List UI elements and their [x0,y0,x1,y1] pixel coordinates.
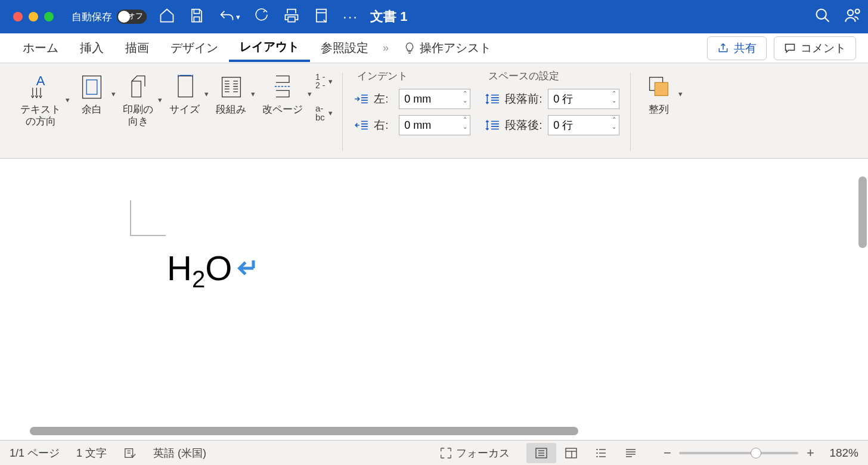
spinner-down[interactable]: ⌄ [612,98,616,104]
tab-layout[interactable]: レイアウト [229,34,310,62]
window-controls [13,12,54,21]
spinner-up[interactable]: ⌃ [612,117,616,123]
svg-point-1 [848,10,853,16]
quick-access-toolbar: ▾ ··· [159,7,358,26]
web-layout-view[interactable] [556,443,586,463]
chevron-down-icon[interactable]: ▾ [308,89,312,98]
focus-mode-button[interactable]: フォーカス [439,446,510,460]
tab-assist[interactable]: 操作アシスト [392,35,502,61]
chevron-down-icon[interactable]: ▾ [251,89,255,98]
spinner-down[interactable]: ⌄ [463,124,467,130]
autosave-label: 自動保存 [72,10,112,24]
print-icon[interactable] [283,7,300,26]
titlebar: 自動保存 オフ ▾ ··· 文書 1 [0,0,868,33]
comment-button[interactable]: コメント [774,36,856,60]
spinner-down[interactable]: ⌄ [612,124,616,130]
spinner-up[interactable]: ⌃ [612,91,616,97]
redo-icon[interactable] [253,7,270,26]
indent-right-input[interactable]: 0 mm ⌃⌄ [399,115,470,135]
spinner-up[interactable]: ⌃ [463,117,467,123]
status-bar: 1/1 ページ 1 文字 英語 (米国) フォーカス − + 182% [0,440,868,465]
zoom-out-button[interactable]: − [660,445,674,461]
chevron-down-icon[interactable]: ▾ [66,95,70,104]
chevron-down-icon[interactable]: ▾ [204,89,209,98]
orientation-button[interactable]: 印刷の 向き [119,69,157,131]
tab-overflow[interactable]: » [383,42,389,54]
horizontal-scrollbar[interactable] [30,427,578,435]
margins-button[interactable]: 余白 [73,69,110,118]
arrange-button[interactable]: 整列 [640,69,677,118]
more-commands[interactable]: ··· [343,8,358,25]
indent-right-icon [354,119,369,132]
autosave-toggle[interactable]: オフ [117,10,147,24]
zoom-percent[interactable]: 182% [829,447,858,460]
zoom-control: − + 182% [660,445,858,461]
zoom-in-button[interactable]: + [803,445,817,461]
ribbon-tabs: ホーム 挿入 描画 デザイン レイアウト 参照設定 » 操作アシスト 共有 コメ… [0,33,868,63]
spacing-before-icon [485,92,500,106]
save-icon[interactable] [188,7,205,26]
document-title: 文書 1 [370,8,407,26]
indent-left-icon [354,92,369,106]
ribbon-layout: A テキスト の方向 ▾ 余白 ▾ 印刷の 向き ▾ サイズ [0,63,868,159]
svg-rect-4 [83,76,101,98]
indent-left-input[interactable]: 0 mm ⌃⌄ [399,89,470,109]
svg-rect-7 [222,78,240,97]
print-layout-view[interactable] [526,443,556,463]
tab-home[interactable]: ホーム [12,35,69,61]
page-margin-guide [130,200,166,236]
search-icon[interactable] [814,7,831,26]
spacing-before-input[interactable]: 0 行 ⌃⌄ [548,89,619,109]
share-icon [717,42,729,54]
tab-references[interactable]: 参照設定 [310,35,379,61]
undo-icon[interactable]: ▾ [218,8,240,25]
vertical-scrollbar[interactable] [858,176,867,248]
chevron-down-icon[interactable]: ▾ [678,89,683,98]
svg-point-2 [855,10,860,14]
comment-icon [784,42,796,54]
account-icon[interactable] [844,7,861,26]
svg-rect-5 [86,80,97,94]
breaks-button[interactable]: 改ページ [259,69,306,118]
page-count[interactable]: 1/1 ページ [10,446,60,460]
svg-rect-6 [178,76,193,97]
char-count[interactable]: 1 文字 [76,446,107,460]
tab-insert[interactable]: 挿入 [69,35,114,61]
maximize-window[interactable] [44,12,54,21]
proofing-button[interactable] [123,447,137,460]
chevron-down-icon[interactable]: ▾ [158,95,162,104]
text-direction-button[interactable]: A テキスト の方向 [17,69,64,131]
language-button[interactable]: 英語 (米国) [153,446,206,460]
paragraph-mark-icon [235,248,259,288]
home-icon[interactable] [159,7,175,26]
hyphenation-button[interactable]: a- bc ▾ [315,104,333,122]
document-canvas[interactable]: H2O [0,159,868,440]
svg-point-0 [817,10,826,19]
line-numbers-button[interactable]: 1 - 2 - ▾ [315,73,333,89]
spinner-up[interactable]: ⌃ [463,91,467,97]
minimize-window[interactable] [29,12,38,21]
lightbulb-icon [403,42,416,55]
tab-draw[interactable]: 描画 [114,35,160,61]
share-button[interactable]: 共有 [707,36,767,60]
draft-view[interactable] [616,443,646,463]
svg-rect-12 [566,448,576,458]
size-button[interactable]: サイズ [166,69,203,118]
svg-rect-9 [655,82,668,95]
chevron-down-icon[interactable]: ▾ [111,89,116,98]
spacing-after-input[interactable]: 0 行 ⌃⌄ [548,115,619,135]
indent-group: インデント 左: 0 mm ⌃⌄ 右: 0 mm ⌃⌄ [346,69,478,154]
spinner-down[interactable]: ⌄ [463,98,467,104]
tab-design[interactable]: デザイン [160,35,229,61]
spacing-group: スペースの設定 段落前: 0 行 ⌃⌄ 段落後: 0 行 ⌃⌄ [478,69,627,154]
document-text[interactable]: H2O [167,248,259,288]
template-icon[interactable] [313,7,330,26]
svg-text:A: A [36,73,45,88]
zoom-slider[interactable] [679,452,798,454]
spacing-after-icon [485,119,500,132]
close-window[interactable] [13,12,23,21]
outline-view[interactable] [586,443,616,463]
columns-button[interactable]: 段組み [212,69,250,118]
